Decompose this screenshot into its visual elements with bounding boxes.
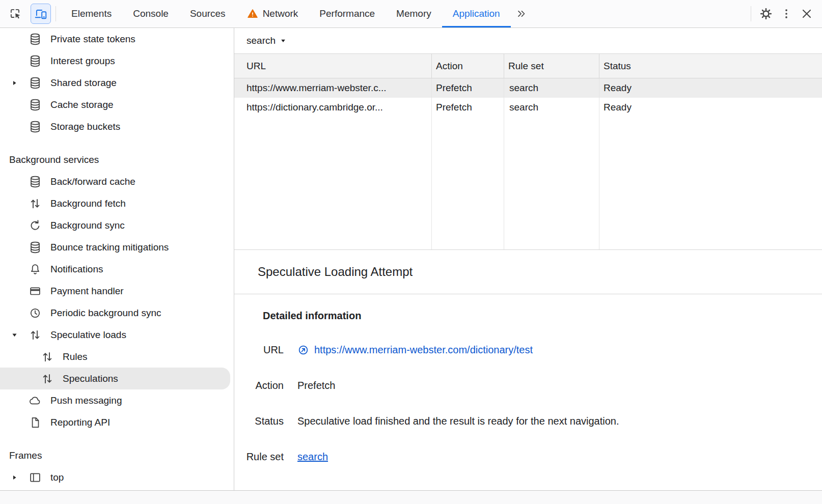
sidebar-item-push-messaging[interactable]: Push messaging (0, 389, 234, 411)
tab-performance[interactable]: Performance (309, 0, 386, 27)
sidebar-item-label: Interest groups (50, 55, 115, 67)
toolbar-divider (56, 6, 56, 21)
tab-elements[interactable]: Elements (61, 0, 122, 27)
inspect-element-button[interactable] (5, 4, 25, 24)
tab-application[interactable]: Application (442, 0, 511, 27)
column-header-action[interactable]: Action (432, 54, 504, 78)
cell-text: search (509, 102, 538, 113)
sidebar-section-background-services: Background services (0, 149, 234, 171)
cell-text: https://dictionary.cambridge.or... (246, 102, 383, 113)
sidebar-item-label: Notifications (50, 264, 103, 275)
expand-arrow-icon[interactable] (11, 473, 18, 481)
tab-label: Network (263, 8, 298, 19)
cell-text: search (509, 82, 538, 94)
column-header-url[interactable]: URL (234, 54, 432, 78)
sidebar-item-periodic-background-sync[interactable]: Periodic background sync (0, 302, 234, 324)
speculations-view: search URL Action Rule set Status https:… (234, 28, 822, 490)
table-row-2-action[interactable]: Prefetch (432, 98, 504, 117)
table-row-2-status[interactable]: Ready (599, 98, 822, 117)
device-toolbar-toggle[interactable] (31, 4, 51, 24)
detail-rule-set-link[interactable]: search (297, 451, 328, 463)
sidebar-item-background-sync[interactable]: Background sync (0, 214, 234, 236)
sidebar-item-label: Rules (63, 351, 88, 362)
database-icon (29, 241, 42, 254)
sidebar-item-interest-groups[interactable]: Interest groups (0, 50, 234, 72)
up-down-arrows-icon (29, 328, 42, 342)
tab-network[interactable]: Network (236, 0, 309, 27)
application-sidebar: Private state tokens Interest groups Sha… (0, 28, 234, 490)
detail-row-rule-set: Rule set search (234, 439, 822, 474)
collapse-arrow-icon[interactable] (11, 331, 18, 339)
sidebar-item-label: Periodic background sync (50, 307, 161, 319)
speculations-toolbar: search (234, 28, 822, 53)
tab-label: Elements (71, 8, 112, 19)
sidebar-item-label: Speculative loads (50, 329, 126, 341)
detailed-information-heading: Detailed information (263, 305, 822, 326)
kebab-menu-icon (780, 7, 793, 20)
gear-icon (759, 7, 773, 20)
customize-devtools-button[interactable] (776, 4, 797, 24)
sidebar-item-top-frame[interactable]: top (0, 466, 234, 488)
column-header-label: URL (246, 61, 266, 72)
sidebar-item-background-fetch[interactable]: Background fetch (0, 192, 234, 214)
close-icon (800, 7, 813, 20)
database-icon (29, 33, 42, 46)
sidebar-item-payment-handler[interactable]: Payment handler (0, 280, 234, 302)
table-row-2-url[interactable]: https://dictionary.cambridge.or... (234, 98, 432, 117)
table-row-2-rule-set[interactable]: search (504, 98, 599, 117)
sidebar-item-shared-storage[interactable]: Shared storage (0, 72, 234, 94)
column-header-status[interactable]: Status (599, 54, 822, 78)
settings-button[interactable] (756, 4, 776, 24)
table-empty-area (599, 117, 822, 249)
database-icon (29, 120, 42, 133)
warning-triangle-icon (247, 8, 258, 19)
detail-url-link[interactable]: https://www.merriam-webster.com/dictiona… (314, 344, 533, 356)
sidebar-item-speculations[interactable]: Speculations (0, 368, 230, 389)
up-down-arrows-icon (29, 197, 42, 210)
clock-icon (29, 306, 42, 320)
sidebar-item-notifications[interactable]: Notifications (0, 258, 234, 280)
sidebar-item-storage-buckets[interactable]: Storage buckets (0, 116, 234, 137)
sidebar-item-speculative-loads[interactable]: Speculative loads (0, 324, 234, 346)
application-panel: Private state tokens Interest groups Sha… (0, 28, 822, 490)
expand-arrow-icon[interactable] (11, 79, 18, 87)
table-row-1-status[interactable]: Ready (599, 78, 822, 98)
sidebar-item-label: Speculations (63, 373, 118, 384)
detail-pane: Detailed information URL https://www.mer… (234, 294, 822, 474)
section-header-label: Frames (9, 450, 42, 461)
tab-sources[interactable]: Sources (179, 0, 236, 27)
sidebar-item-back-forward-cache[interactable]: Back/forward cache (0, 171, 234, 192)
open-resource-icon[interactable] (297, 344, 309, 356)
tab-label: Memory (396, 8, 431, 19)
tab-memory[interactable]: Memory (386, 0, 442, 27)
double-chevron-icon (516, 8, 527, 19)
sidebar-item-rules[interactable]: Rules (0, 346, 234, 368)
sidebar-item-label: Bounce tracking mitigations (50, 242, 169, 253)
bell-icon (29, 263, 42, 276)
tab-label: Performance (319, 8, 375, 19)
sidebar-item-label: Push messaging (50, 395, 122, 406)
section-header-label: Background services (9, 154, 99, 165)
devtools-toolbar: Elements Console Sources Network Perform… (0, 0, 822, 28)
device-toolbar-icon (34, 7, 47, 20)
column-header-rule-set[interactable]: Rule set (504, 54, 599, 78)
table-row-1-rule-set[interactable]: search (504, 78, 599, 98)
table-row-1-action[interactable]: Prefetch (432, 78, 504, 98)
cell-text: Ready (604, 82, 632, 94)
rule-set-filter-dropdown[interactable]: search (246, 35, 287, 46)
detail-label-action: Action (234, 380, 284, 391)
sidebar-item-reporting-api[interactable]: Reporting API (0, 411, 234, 433)
tab-console[interactable]: Console (122, 0, 179, 27)
close-devtools-button[interactable] (797, 4, 817, 24)
table-row-1-url[interactable]: https://www.merriam-webster.c... (234, 78, 432, 98)
toolbar-trailing-controls (746, 4, 817, 24)
devtools-window: Elements Console Sources Network Perform… (0, 0, 822, 504)
more-tabs-button[interactable] (511, 0, 532, 27)
detail-section-title: Speculative Loading Attempt (258, 265, 413, 279)
sidebar-item-cache-storage[interactable]: Cache storage (0, 94, 234, 116)
sidebar-item-private-state-tokens[interactable]: Private state tokens (0, 28, 234, 50)
cell-text: Prefetch (436, 82, 472, 94)
cell-text: https://www.merriam-webster.c... (246, 82, 387, 94)
sidebar-item-bounce-tracking-mitigations[interactable]: Bounce tracking mitigations (0, 236, 234, 258)
up-down-arrows-icon (41, 350, 54, 363)
